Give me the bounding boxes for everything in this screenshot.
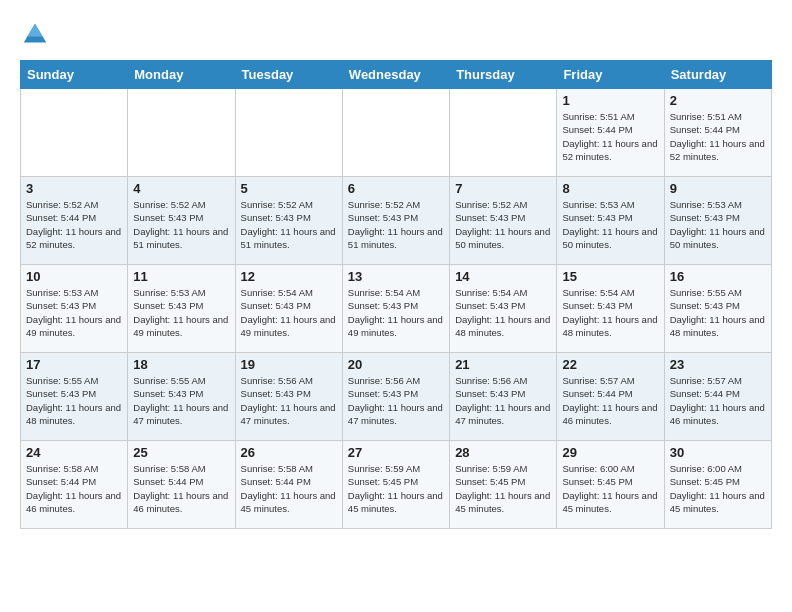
day-number: 18 (133, 357, 229, 372)
day-number: 24 (26, 445, 122, 460)
day-info: Sunrise: 5:55 AM Sunset: 5:43 PM Dayligh… (670, 286, 766, 339)
day-cell: 14Sunrise: 5:54 AM Sunset: 5:43 PM Dayli… (450, 265, 557, 353)
day-info: Sunrise: 5:59 AM Sunset: 5:45 PM Dayligh… (455, 462, 551, 515)
logo (20, 20, 54, 50)
day-cell: 12Sunrise: 5:54 AM Sunset: 5:43 PM Dayli… (235, 265, 342, 353)
day-cell: 20Sunrise: 5:56 AM Sunset: 5:43 PM Dayli… (342, 353, 449, 441)
day-number: 25 (133, 445, 229, 460)
day-cell: 6Sunrise: 5:52 AM Sunset: 5:43 PM Daylig… (342, 177, 449, 265)
day-cell: 4Sunrise: 5:52 AM Sunset: 5:43 PM Daylig… (128, 177, 235, 265)
week-row-5: 24Sunrise: 5:58 AM Sunset: 5:44 PM Dayli… (21, 441, 772, 529)
week-row-2: 3Sunrise: 5:52 AM Sunset: 5:44 PM Daylig… (21, 177, 772, 265)
day-number: 4 (133, 181, 229, 196)
day-number: 28 (455, 445, 551, 460)
day-number: 26 (241, 445, 337, 460)
day-info: Sunrise: 5:52 AM Sunset: 5:43 PM Dayligh… (241, 198, 337, 251)
week-row-1: 1Sunrise: 5:51 AM Sunset: 5:44 PM Daylig… (21, 89, 772, 177)
day-info: Sunrise: 5:57 AM Sunset: 5:44 PM Dayligh… (670, 374, 766, 427)
day-cell: 3Sunrise: 5:52 AM Sunset: 5:44 PM Daylig… (21, 177, 128, 265)
day-cell: 5Sunrise: 5:52 AM Sunset: 5:43 PM Daylig… (235, 177, 342, 265)
weekday-header-monday: Monday (128, 61, 235, 89)
day-number: 16 (670, 269, 766, 284)
day-cell: 24Sunrise: 5:58 AM Sunset: 5:44 PM Dayli… (21, 441, 128, 529)
day-number: 12 (241, 269, 337, 284)
day-info: Sunrise: 6:00 AM Sunset: 5:45 PM Dayligh… (670, 462, 766, 515)
day-info: Sunrise: 6:00 AM Sunset: 5:45 PM Dayligh… (562, 462, 658, 515)
day-cell: 7Sunrise: 5:52 AM Sunset: 5:43 PM Daylig… (450, 177, 557, 265)
day-info: Sunrise: 5:52 AM Sunset: 5:44 PM Dayligh… (26, 198, 122, 251)
day-number: 8 (562, 181, 658, 196)
day-number: 27 (348, 445, 444, 460)
day-number: 10 (26, 269, 122, 284)
day-cell (235, 89, 342, 177)
header (20, 20, 772, 50)
weekday-header-saturday: Saturday (664, 61, 771, 89)
day-number: 7 (455, 181, 551, 196)
day-info: Sunrise: 5:56 AM Sunset: 5:43 PM Dayligh… (455, 374, 551, 427)
day-info: Sunrise: 5:52 AM Sunset: 5:43 PM Dayligh… (133, 198, 229, 251)
day-cell: 30Sunrise: 6:00 AM Sunset: 5:45 PM Dayli… (664, 441, 771, 529)
day-info: Sunrise: 5:56 AM Sunset: 5:43 PM Dayligh… (348, 374, 444, 427)
day-number: 15 (562, 269, 658, 284)
day-info: Sunrise: 5:55 AM Sunset: 5:43 PM Dayligh… (133, 374, 229, 427)
day-info: Sunrise: 5:55 AM Sunset: 5:43 PM Dayligh… (26, 374, 122, 427)
day-info: Sunrise: 5:51 AM Sunset: 5:44 PM Dayligh… (562, 110, 658, 163)
day-cell: 27Sunrise: 5:59 AM Sunset: 5:45 PM Dayli… (342, 441, 449, 529)
day-info: Sunrise: 5:52 AM Sunset: 5:43 PM Dayligh… (455, 198, 551, 251)
day-info: Sunrise: 5:58 AM Sunset: 5:44 PM Dayligh… (133, 462, 229, 515)
calendar: SundayMondayTuesdayWednesdayThursdayFrid… (20, 60, 772, 529)
day-number: 20 (348, 357, 444, 372)
day-cell: 9Sunrise: 5:53 AM Sunset: 5:43 PM Daylig… (664, 177, 771, 265)
day-cell: 26Sunrise: 5:58 AM Sunset: 5:44 PM Dayli… (235, 441, 342, 529)
day-cell: 19Sunrise: 5:56 AM Sunset: 5:43 PM Dayli… (235, 353, 342, 441)
svg-marker-1 (28, 24, 43, 37)
day-number: 6 (348, 181, 444, 196)
day-cell: 28Sunrise: 5:59 AM Sunset: 5:45 PM Dayli… (450, 441, 557, 529)
day-cell: 29Sunrise: 6:00 AM Sunset: 5:45 PM Dayli… (557, 441, 664, 529)
day-info: Sunrise: 5:54 AM Sunset: 5:43 PM Dayligh… (455, 286, 551, 339)
day-info: Sunrise: 5:54 AM Sunset: 5:43 PM Dayligh… (348, 286, 444, 339)
day-info: Sunrise: 5:51 AM Sunset: 5:44 PM Dayligh… (670, 110, 766, 163)
week-row-3: 10Sunrise: 5:53 AM Sunset: 5:43 PM Dayli… (21, 265, 772, 353)
day-cell (342, 89, 449, 177)
day-info: Sunrise: 5:58 AM Sunset: 5:44 PM Dayligh… (241, 462, 337, 515)
day-cell: 11Sunrise: 5:53 AM Sunset: 5:43 PM Dayli… (128, 265, 235, 353)
day-cell: 22Sunrise: 5:57 AM Sunset: 5:44 PM Dayli… (557, 353, 664, 441)
day-number: 19 (241, 357, 337, 372)
weekday-header-sunday: Sunday (21, 61, 128, 89)
day-number: 17 (26, 357, 122, 372)
day-cell (128, 89, 235, 177)
day-info: Sunrise: 5:57 AM Sunset: 5:44 PM Dayligh… (562, 374, 658, 427)
day-number: 13 (348, 269, 444, 284)
day-info: Sunrise: 5:56 AM Sunset: 5:43 PM Dayligh… (241, 374, 337, 427)
day-cell: 13Sunrise: 5:54 AM Sunset: 5:43 PM Dayli… (342, 265, 449, 353)
page: SundayMondayTuesdayWednesdayThursdayFrid… (0, 0, 792, 539)
day-info: Sunrise: 5:59 AM Sunset: 5:45 PM Dayligh… (348, 462, 444, 515)
weekday-header-friday: Friday (557, 61, 664, 89)
weekday-header-thursday: Thursday (450, 61, 557, 89)
day-number: 21 (455, 357, 551, 372)
day-cell: 17Sunrise: 5:55 AM Sunset: 5:43 PM Dayli… (21, 353, 128, 441)
day-info: Sunrise: 5:53 AM Sunset: 5:43 PM Dayligh… (26, 286, 122, 339)
day-cell: 1Sunrise: 5:51 AM Sunset: 5:44 PM Daylig… (557, 89, 664, 177)
day-cell: 8Sunrise: 5:53 AM Sunset: 5:43 PM Daylig… (557, 177, 664, 265)
day-number: 29 (562, 445, 658, 460)
day-cell: 18Sunrise: 5:55 AM Sunset: 5:43 PM Dayli… (128, 353, 235, 441)
weekday-header-tuesday: Tuesday (235, 61, 342, 89)
day-info: Sunrise: 5:52 AM Sunset: 5:43 PM Dayligh… (348, 198, 444, 251)
day-cell: 23Sunrise: 5:57 AM Sunset: 5:44 PM Dayli… (664, 353, 771, 441)
day-cell (450, 89, 557, 177)
day-cell: 10Sunrise: 5:53 AM Sunset: 5:43 PM Dayli… (21, 265, 128, 353)
logo-icon (20, 20, 50, 50)
day-info: Sunrise: 5:58 AM Sunset: 5:44 PM Dayligh… (26, 462, 122, 515)
day-cell: 16Sunrise: 5:55 AM Sunset: 5:43 PM Dayli… (664, 265, 771, 353)
day-info: Sunrise: 5:54 AM Sunset: 5:43 PM Dayligh… (562, 286, 658, 339)
day-number: 30 (670, 445, 766, 460)
day-info: Sunrise: 5:53 AM Sunset: 5:43 PM Dayligh… (133, 286, 229, 339)
day-number: 2 (670, 93, 766, 108)
day-info: Sunrise: 5:53 AM Sunset: 5:43 PM Dayligh… (562, 198, 658, 251)
day-number: 5 (241, 181, 337, 196)
day-number: 1 (562, 93, 658, 108)
day-number: 22 (562, 357, 658, 372)
day-number: 9 (670, 181, 766, 196)
